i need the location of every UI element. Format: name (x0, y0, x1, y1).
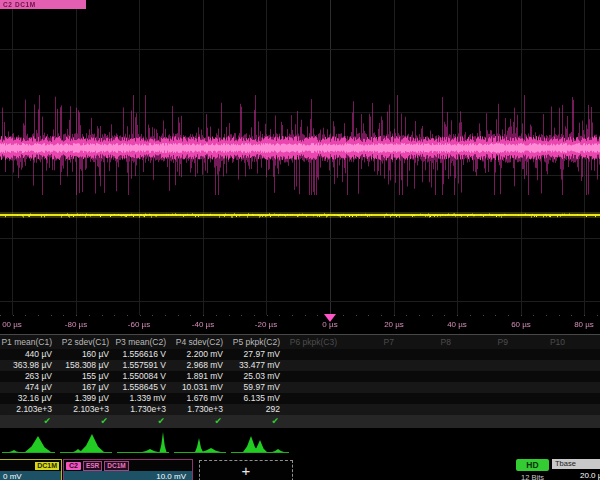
trigger-position-marker[interactable] (324, 314, 336, 322)
timebase-descriptor[interactable]: Tbase 20.0 µs (552, 459, 600, 480)
measure-table-row: 474 µV167 µV1.558645 V10.031 mV59.97 mV (0, 382, 600, 393)
oscilloscope-screen: C2 DC1M 00 µs-80 µs-60 µs-40 µs-20 µs0 µ… (0, 0, 600, 480)
measurement-value: 59.97 mV (228, 382, 285, 393)
time-axis-ticks (0, 315, 600, 316)
measurement-value: 167 µV (57, 382, 114, 393)
measurement-value: 1.339 mV (114, 393, 171, 404)
status-check-icon: ✔ (171, 415, 228, 428)
measurement-value: 33.477 mV (228, 360, 285, 371)
param-header-p6[interactable]: P6 pkpk(C3) (285, 335, 342, 349)
measurement-value: 1.556616 V (114, 349, 171, 360)
measurement-value: 1.730e+3 (171, 404, 228, 415)
param-header-p11[interactable]: P11 (570, 335, 600, 349)
measurement-value: 2.968 mV (171, 360, 228, 371)
c2-coupling-badge: DC1M (104, 461, 128, 471)
measure-table: P1 mean(C1)P2 sdev(C1)P3 mean(C2)P4 sdev… (0, 334, 600, 428)
timebase-value: 20.0 µs (580, 471, 600, 480)
measure-table-row: 263 µV155 µV1.550084 V1.891 mV25.03 mV (0, 371, 600, 382)
hd-mode-badge[interactable]: HD (516, 459, 549, 471)
measurement-value: 25.03 mV (228, 371, 285, 382)
measurement-value: 1.550084 V (114, 371, 171, 382)
measure-table-row: 32.16 µV1.399 µV1.339 mV1.676 mV6.135 mV (0, 393, 600, 404)
param-header-p5[interactable]: P5 pkpk(C2) (228, 335, 285, 349)
measurement-value: 1.558645 V (114, 382, 171, 393)
time-axis: 00 µs-80 µs-60 µs-40 µs-20 µs0 µs20 µs40… (0, 0, 600, 334)
measure-table-row: 363.98 µV158.308 µV1.557591 V2.968 mV33.… (0, 360, 600, 371)
measurement-value: 160 µV (57, 349, 114, 360)
bottom-bar: DC1M 0 mV C2 ESR DC1M 10.0 mV + HD 12 Bi… (0, 458, 600, 480)
param-header-p4[interactable]: P4 sdev(C2) (171, 335, 228, 349)
param-header-p9[interactable]: P9 (456, 335, 513, 349)
measurement-value: 32.16 µV (0, 393, 57, 404)
param-header-p8[interactable]: P8 (399, 335, 456, 349)
measurement-value: 2.103e+3 (57, 404, 114, 415)
measure-table-row: 440 µV160 µV1.556616 V2.200 mV27.97 mV (0, 349, 600, 360)
measurement-value: 1.891 mV (171, 371, 228, 382)
measurement-value: 6.135 mV (228, 393, 285, 404)
hd-bits-label: 12 Bits (516, 473, 549, 480)
measurement-value: 1.399 µV (57, 393, 114, 404)
measurement-value: 2.200 mV (171, 349, 228, 360)
channel-descriptor-c2[interactable]: C2 ESR DC1M 10.0 mV (63, 459, 193, 480)
param-header-p7[interactable]: P7 (342, 335, 399, 349)
time-axis-label: 60 µs (511, 320, 531, 329)
time-axis-label: -60 µs (128, 320, 150, 329)
measurement-value: 292 (228, 404, 285, 415)
measurement-value: 363.98 µV (0, 360, 57, 371)
measurement-value: 1.730e+3 (114, 404, 171, 415)
c1-coupling-badge: DC1M (35, 462, 59, 470)
channel-descriptor-c1[interactable]: DC1M 0 mV (0, 459, 62, 480)
status-check-icon: ✔ (57, 415, 114, 428)
measurement-value: 155 µV (57, 371, 114, 382)
status-check-icon: ✔ (228, 415, 285, 428)
time-axis-label: 20 µs (384, 320, 404, 329)
time-axis-label: 00 µs (2, 320, 22, 329)
measurement-value: 440 µV (0, 349, 57, 360)
param-header-p10[interactable]: P10 (513, 335, 570, 349)
measurement-value: 158.308 µV (57, 360, 114, 371)
measurement-value: 474 µV (0, 382, 57, 393)
time-axis-label: -80 µs (65, 320, 87, 329)
histicon-strip[interactable] (0, 427, 600, 458)
add-trace-button[interactable]: + (199, 460, 293, 480)
time-axis-label: 80 µs (574, 320, 594, 329)
timebase-title: Tbase (552, 459, 600, 469)
measurement-value: 263 µV (0, 371, 57, 382)
measurement-value: 27.97 mV (228, 349, 285, 360)
c2-channel-badge: C2 (66, 462, 81, 470)
time-axis-label: -20 µs (255, 320, 277, 329)
param-header-p2[interactable]: P2 sdev(C1) (57, 335, 114, 349)
c2-scale-value: 10.0 mV (64, 471, 192, 480)
time-axis-label: 40 µs (447, 320, 467, 329)
measurement-value: 10.031 mV (171, 382, 228, 393)
trace-label-badge[interactable]: C2 DC1M (0, 0, 86, 9)
measure-table-row: 2.103e+32.103e+31.730e+31.730e+3292 (0, 404, 600, 415)
param-header-p1[interactable]: P1 mean(C1) (0, 335, 57, 349)
measurement-value: 2.103e+3 (0, 404, 57, 415)
measure-status-row: ✔✔✔✔✔ (0, 415, 600, 428)
status-check-icon: ✔ (114, 415, 171, 428)
status-check-icon: ✔ (0, 415, 57, 428)
c2-esr-badge: ESR (83, 461, 102, 471)
time-axis-label: -40 µs (192, 320, 214, 329)
measurement-value: 1.676 mV (171, 393, 228, 404)
measurement-value: 1.557591 V (114, 360, 171, 371)
c1-scale-value: 0 mV (0, 471, 61, 480)
param-header-p3[interactable]: P3 mean(C2) (114, 335, 171, 349)
